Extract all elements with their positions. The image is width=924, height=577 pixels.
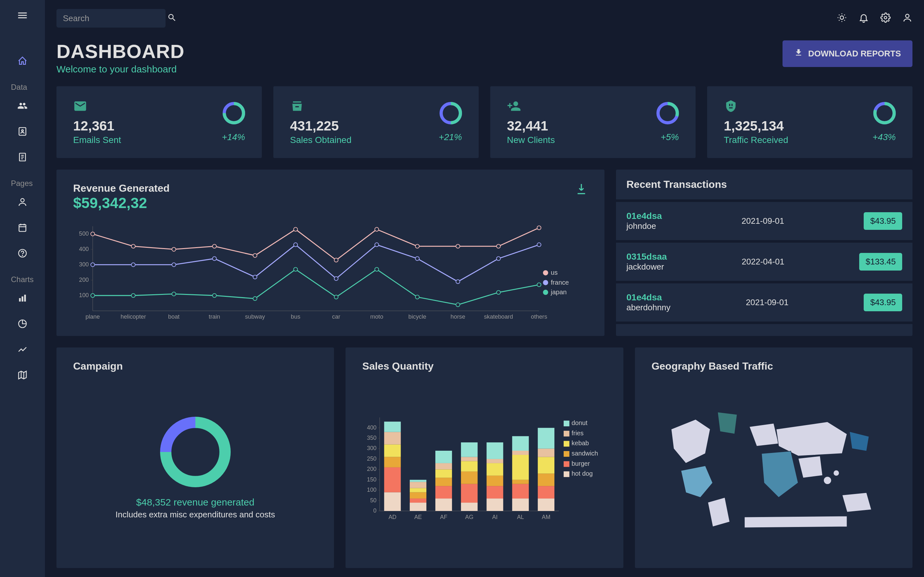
transactions-card[interactable]: Recent Transactions 01e4dsajohndoe 2021-…	[616, 169, 913, 336]
svg-rect-163	[512, 455, 529, 480]
campaign-subtitle: Includes extra misc expenditures and cos…	[115, 510, 275, 520]
page-title: DASHBOARD	[57, 40, 184, 63]
svg-rect-126	[384, 467, 401, 492]
svg-point-68	[294, 227, 297, 231]
svg-text:0: 0	[373, 508, 376, 514]
nav-piechart-icon[interactable]	[17, 319, 27, 329]
svg-point-66	[212, 244, 216, 248]
svg-point-96	[456, 303, 460, 307]
svg-rect-176	[564, 431, 569, 437]
svg-text:plane: plane	[86, 313, 100, 320]
svg-rect-140	[435, 486, 452, 498]
svg-point-81	[334, 277, 338, 280]
svg-rect-134	[410, 492, 426, 498]
svg-point-76	[131, 263, 135, 267]
user-icon[interactable]	[902, 13, 913, 24]
svg-line-25	[839, 15, 840, 15]
svg-point-75	[91, 263, 95, 267]
svg-rect-7	[19, 225, 26, 231]
svg-point-82	[375, 243, 379, 247]
svg-point-94	[375, 268, 379, 271]
nav-faq-icon[interactable]	[17, 248, 27, 258]
theme-toggle-icon[interactable]	[837, 13, 847, 24]
svg-text:car: car	[332, 313, 340, 320]
nav-calendar-icon[interactable]	[17, 222, 27, 233]
svg-text:others: others	[531, 313, 548, 320]
download-reports-button[interactable]: DOWNLOAD REPORTS	[782, 40, 913, 67]
search-icon[interactable]	[167, 13, 177, 24]
search-input[interactable]	[63, 13, 167, 23]
nav-team-icon[interactable]	[17, 101, 27, 111]
svg-point-97	[497, 290, 501, 294]
page-subtitle: Welcome to your dashboard	[57, 64, 184, 75]
search-box	[57, 9, 166, 27]
svg-rect-146	[461, 503, 478, 511]
transaction-amount: $43.95	[864, 212, 902, 230]
svg-rect-139	[435, 498, 452, 511]
menu-toggle-icon[interactable]	[17, 10, 28, 23]
svg-rect-154	[487, 486, 503, 498]
campaign-card: Campaign $48,352 revenue generated Inclu…	[57, 348, 334, 568]
svg-text:bicycle: bicycle	[409, 313, 426, 320]
svg-point-69	[334, 258, 338, 262]
svg-line-27	[839, 20, 840, 21]
svg-text:helicopter: helicopter	[121, 313, 146, 320]
stats-row: 12,361 Emails Sent +14% 431,225 Sales Ob…	[57, 86, 913, 158]
svg-rect-133	[410, 498, 426, 503]
svg-point-101	[543, 280, 548, 285]
svg-rect-13	[19, 298, 21, 301]
nav-linechart-icon[interactable]	[17, 344, 27, 355]
stat-label: Traffic Received	[724, 135, 788, 145]
nav-invoices-icon[interactable]	[17, 152, 27, 162]
stat-value: 12,361	[73, 118, 121, 134]
svg-point-88	[131, 293, 135, 298]
svg-rect-156	[487, 463, 503, 476]
download-label: DOWNLOAD REPORTS	[808, 49, 901, 59]
nav-home-icon[interactable]	[17, 56, 27, 66]
notifications-icon[interactable]	[859, 13, 869, 24]
settings-icon[interactable]	[880, 13, 891, 24]
svg-rect-147	[461, 484, 478, 503]
svg-point-93	[334, 295, 338, 299]
topbar	[57, 9, 913, 27]
svg-text:AE: AE	[415, 514, 422, 520]
bottom-row: Campaign $48,352 revenue generated Inclu…	[57, 348, 913, 568]
svg-point-77	[172, 263, 176, 267]
svg-rect-144	[435, 451, 452, 463]
stat-change: +43%	[873, 132, 896, 142]
svg-text:AL: AL	[517, 514, 524, 520]
svg-point-95	[415, 295, 419, 299]
svg-rect-14	[21, 297, 23, 301]
revenue-download-icon[interactable]	[575, 182, 588, 197]
svg-point-89	[172, 292, 176, 296]
geography-title: Geography Based Traffic	[652, 360, 896, 372]
nav-barchart-icon[interactable]	[17, 293, 27, 303]
nav-map-icon[interactable]	[17, 370, 27, 380]
svg-rect-128	[384, 445, 401, 457]
svg-text:france: france	[551, 279, 569, 286]
svg-text:200: 200	[367, 466, 376, 472]
svg-rect-184	[564, 471, 569, 477]
svg-rect-162	[512, 480, 529, 484]
geography-card: Geography Based Traffic	[635, 348, 913, 568]
transaction-user: jackdower	[626, 262, 667, 272]
svg-rect-149	[461, 461, 478, 471]
svg-rect-161	[512, 484, 529, 498]
sidebar-section-pages: Pages	[0, 179, 33, 188]
svg-text:us: us	[551, 269, 557, 276]
svg-text:350: 350	[367, 435, 376, 441]
nav-profile-icon[interactable]	[17, 197, 27, 207]
svg-point-30	[906, 14, 909, 18]
svg-text:sandwich: sandwich	[572, 450, 598, 457]
main-content: DASHBOARD Welcome to your dashboard DOWN…	[45, 0, 924, 577]
svg-point-186	[824, 476, 831, 484]
stat-value: 1,325,134	[724, 118, 788, 134]
svg-point-78	[212, 257, 216, 261]
svg-text:500: 500	[79, 230, 89, 237]
svg-point-63	[91, 232, 95, 236]
svg-rect-142	[435, 469, 452, 478]
sales-quantity-card: Sales Quantity 050100150200250300350400A…	[346, 348, 623, 568]
nav-contacts-icon[interactable]	[17, 126, 27, 137]
svg-text:AD: AD	[389, 514, 397, 520]
svg-text:AI: AI	[492, 514, 498, 520]
